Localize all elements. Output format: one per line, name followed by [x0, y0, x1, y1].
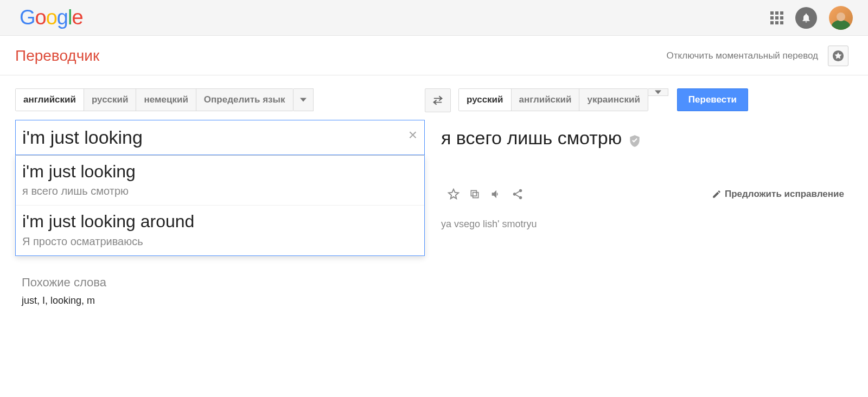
src-lang-tab-german[interactable]: немецкий: [136, 89, 196, 111]
target-lang-tabs: русский английский украинский: [458, 88, 648, 111]
share-translation-icon[interactable]: [512, 188, 524, 200]
save-translation-star-icon[interactable]: [448, 188, 459, 200]
similar-words-heading: Похожие слова: [22, 276, 853, 290]
svg-point-3: [519, 189, 522, 193]
source-lang-tabs: английский русский немецкий Определить я…: [15, 88, 293, 111]
phrasebook-star-button[interactable]: [828, 46, 848, 66]
app-subbar: Переводчик Отключить моментальный перево…: [0, 36, 868, 75]
translation-text: я всего лишь смотрю: [441, 127, 622, 148]
verified-icon: [628, 134, 642, 150]
translation-toolbar: Предложить исправление: [441, 188, 844, 200]
swap-languages-button[interactable]: [425, 88, 451, 112]
svg-rect-1: [473, 192, 478, 197]
language-row: английский русский немецкий Определить я…: [15, 88, 853, 112]
autocomplete-suggestions: i'm just looking я всего лишь смотрю i'm…: [15, 155, 425, 256]
svg-point-4: [513, 193, 516, 196]
svg-rect-2: [471, 190, 476, 196]
clear-input-icon[interactable]: ×: [409, 127, 417, 143]
suggestion-translation: Я просто осматриваюсь: [22, 235, 418, 248]
source-panel: × i'm just looking я всего лишь смотрю i…: [15, 120, 425, 256]
account-avatar[interactable]: [829, 6, 853, 30]
notifications-icon[interactable]: [795, 7, 817, 29]
suggest-edit-button[interactable]: Предложить исправление: [712, 189, 844, 200]
dst-lang-dropdown[interactable]: [648, 88, 668, 96]
google-header: Google: [0, 0, 868, 36]
similar-words-list: just, I, looking, m: [22, 295, 853, 306]
apps-icon[interactable]: [770, 11, 783, 24]
suggestion-item[interactable]: i'm just looking around Я просто осматри…: [16, 206, 424, 255]
src-lang-tab-detect[interactable]: Определить язык: [196, 89, 293, 111]
header-right: [770, 6, 853, 30]
target-panel: я всего лишь смотрю: [437, 120, 853, 230]
src-lang-tab-russian[interactable]: русский: [84, 89, 137, 111]
google-logo[interactable]: Google: [20, 6, 83, 29]
dst-lang-tab-english[interactable]: английский: [512, 89, 580, 111]
listen-translation-icon[interactable]: [490, 188, 502, 200]
copy-translation-icon[interactable]: [469, 189, 480, 200]
suggestion-text: i'm just looking: [22, 161, 418, 182]
src-lang-tab-english[interactable]: английский: [16, 89, 84, 111]
similar-words-section: Похожие слова just, I, looking, m: [15, 256, 853, 306]
suggestion-translation: я всего лишь смотрю: [22, 185, 418, 197]
disable-instant-translate-link[interactable]: Отключить моментальный перевод: [667, 50, 818, 61]
suggest-edit-label: Предложить исправление: [725, 189, 844, 200]
svg-point-5: [519, 196, 522, 199]
src-lang-dropdown[interactable]: [293, 88, 314, 111]
dst-lang-tab-russian[interactable]: русский: [459, 89, 512, 111]
dst-lang-tab-ukrainian[interactable]: украинский: [579, 89, 647, 111]
suggestion-item[interactable]: i'm just looking я всего лишь смотрю: [16, 156, 424, 206]
suggestion-text: i'm just looking around: [22, 211, 418, 232]
translate-button[interactable]: Перевести: [677, 88, 748, 111]
source-text-input[interactable]: [16, 120, 424, 155]
transliteration-text: ya vsego lish' smotryu: [437, 219, 853, 230]
app-title: Переводчик: [15, 47, 99, 65]
